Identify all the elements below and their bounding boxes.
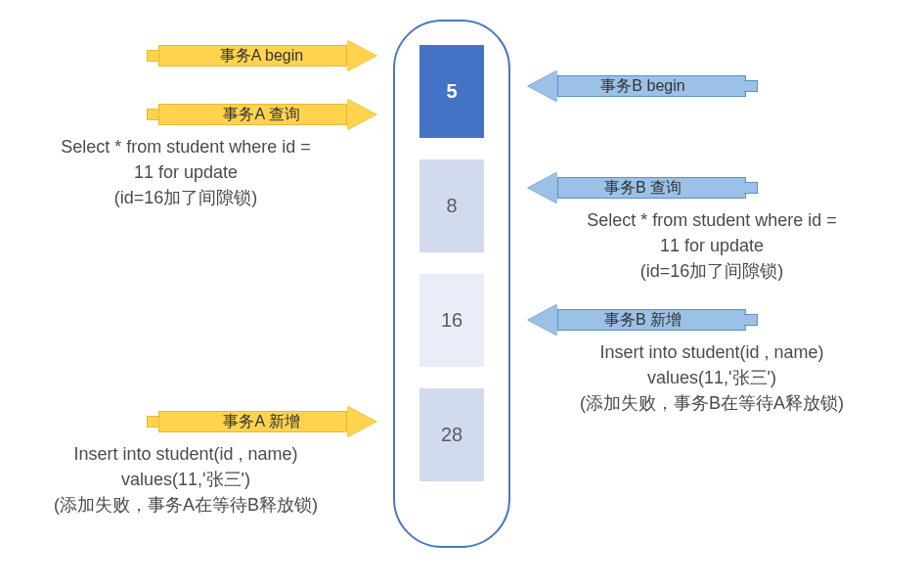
txn-b-query-label: 事务B 查询 bbox=[528, 174, 758, 202]
txn-b-begin-label: 事务B begin bbox=[528, 72, 758, 100]
caption-line: (id=16加了间隙锁) bbox=[114, 188, 258, 207]
txn-a-insert-caption: Insert into student(id , name) values(11… bbox=[20, 441, 352, 518]
caption-line: (id=16加了间隙锁) bbox=[640, 261, 784, 281]
caption-line: 11 for update bbox=[660, 236, 764, 255]
caption-line: Insert into student(id , name) bbox=[73, 444, 297, 464]
caption-line: Select * from student where id = bbox=[587, 210, 837, 230]
caption-line: Select * from student where id = bbox=[61, 137, 311, 157]
txn-b-query-arrow: 事务B 查询 bbox=[528, 174, 758, 202]
txn-a-insert-arrow: 事务A 新增 bbox=[147, 408, 376, 435]
index-cell-8: 8 bbox=[419, 159, 484, 252]
index-cell-5: 5 bbox=[419, 45, 484, 138]
caption-line: Insert into student(id , name) bbox=[599, 342, 823, 362]
caption-line: 11 for update bbox=[134, 162, 238, 182]
txn-a-query-label: 事务A 查询 bbox=[147, 101, 376, 128]
caption-line: (添加失败，事务B在等待A释放锁) bbox=[580, 393, 844, 413]
caption-line: values(11,'张三') bbox=[121, 470, 250, 489]
index-cell-28: 28 bbox=[419, 388, 484, 481]
txn-a-begin-arrow: 事务A begin bbox=[147, 42, 376, 69]
txn-a-begin-label: 事务A begin bbox=[147, 42, 376, 69]
txn-b-begin-arrow: 事务B begin bbox=[528, 72, 758, 100]
index-cell-16: 16 bbox=[419, 274, 484, 367]
txn-b-insert-caption: Insert into student(id , name) values(11… bbox=[536, 339, 888, 416]
txn-a-query-arrow: 事务A 查询 bbox=[147, 101, 376, 128]
txn-b-query-caption: Select * from student where id = 11 for … bbox=[536, 207, 888, 284]
txn-b-insert-arrow: 事务B 新增 bbox=[528, 306, 758, 334]
txn-b-insert-label: 事务B 新增 bbox=[528, 306, 758, 334]
txn-a-insert-label: 事务A 新增 bbox=[147, 408, 376, 435]
caption-line: values(11,'张三') bbox=[647, 368, 776, 387]
txn-a-query-caption: Select * from student where id = 11 for … bbox=[20, 134, 352, 210]
caption-line: (添加失败，事务A在等待B释放锁) bbox=[54, 495, 318, 515]
